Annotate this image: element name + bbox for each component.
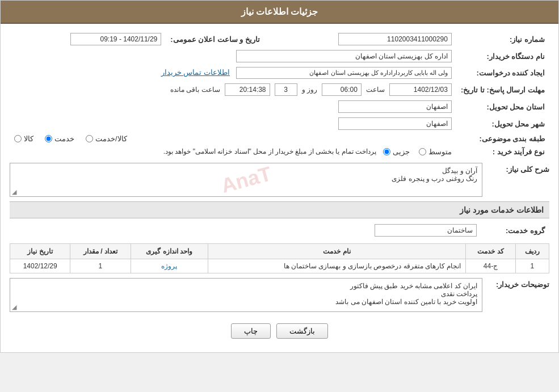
- cell-tarikh: 1402/12/29: [10, 259, 70, 273]
- jozvi-label: جزیی: [393, 147, 410, 156]
- tawzih-line3: اولویت خرید با تامین کننده استان اصفهان …: [15, 298, 477, 306]
- back-button[interactable]: بازگشت: [276, 323, 328, 339]
- shomare-label: شماره نیاز:: [456, 31, 549, 48]
- tabaqe-label: طبقه بندی موضوعی:: [456, 132, 549, 145]
- col-tarikh: تاریخ نیاز: [10, 244, 70, 259]
- shomare-value: 1102003411000290: [338, 33, 452, 45]
- ostan-value: اصفهان: [338, 100, 452, 113]
- print-button[interactable]: چاپ: [231, 323, 271, 339]
- roz-label: روز و: [302, 86, 317, 94]
- sharh-line2: رنگ روغنی درب و پنجره فلزی: [15, 175, 477, 183]
- mohlat-saat: 06:00: [322, 83, 362, 96]
- khadamat-section-title: اطلاعات خدمات مورد نیاز: [10, 201, 549, 218]
- sharh-box: AnaT آران و بیدگل رنگ روغنی درب و پنجره …: [10, 163, 482, 197]
- mohlat-date: 1402/12/03: [389, 83, 452, 96]
- tarikh-label: تاریخ و ساعت اعلان عمومی:: [166, 31, 264, 48]
- shahr-value: اصفهان: [338, 117, 452, 130]
- grouh-label: گروه خدمت:: [481, 222, 549, 239]
- saat-label: ساعت: [366, 86, 385, 94]
- sharh-corner: ◢: [12, 188, 16, 196]
- radio-khedmat-label: خدمت: [54, 134, 74, 143]
- col-radif: ردیف: [515, 244, 549, 259]
- cell-vahed: پروژه: [131, 259, 208, 273]
- col-tedad: تعداد / مقدار: [70, 244, 131, 259]
- ijad-value: ولی اله بابایی کاربرداراداره کل بهزیستی …: [236, 67, 452, 79]
- cell-name: انجام کارهای متفرقه درخصوص بازسازی و بهس…: [208, 259, 466, 273]
- services-table: ردیف کد خدمت نام خدمت واحد اندازه گیری ت…: [10, 243, 549, 273]
- tawzih-label: توضیحات خریدار:: [487, 278, 549, 289]
- page-title: جزئیات اطلاعات نیاز: [241, 7, 318, 16]
- tawzih-line2: پرداخت نقدی: [15, 290, 477, 298]
- remaining-label: ساعت باقی مانده: [170, 86, 220, 94]
- radio-jozvi[interactable]: جزیی: [383, 147, 410, 156]
- table-row: 1 ج-44 انجام کارهای متفرقه درخصوص بازساز…: [10, 259, 549, 273]
- col-kod: کد خدمت: [466, 244, 515, 259]
- ostan-label: استان محل تحویل:: [456, 98, 549, 115]
- page-header: جزئیات اطلاعات نیاز: [1, 1, 558, 24]
- tawzih-line1: ایران کد اعلامی مشابه خرید طبق پیش فاکتو…: [15, 282, 477, 290]
- nam-dastgah-value: اداره کل بهزیستی استان اصفهان: [236, 50, 452, 62]
- mohlat-roz: 3: [275, 83, 297, 96]
- tarikh-value: 1402/11/29 - 09:19: [70, 33, 161, 45]
- nam-dastgah-label: نام دستگاه خریدار:: [456, 48, 549, 65]
- col-name: نام خدمت: [208, 244, 466, 259]
- radio-kala[interactable]: کالا: [14, 134, 33, 143]
- col-vahed: واحد اندازه گیری: [131, 244, 208, 259]
- radio-kala-khedmat-label: کالا/خدمت: [95, 134, 127, 143]
- radio-khedmat[interactable]: خدمت: [45, 134, 74, 143]
- ijad-label: ایجاد کننده درخواست:: [456, 65, 549, 81]
- buttons-row: بازگشت چاپ: [10, 317, 549, 345]
- cell-radif: 1: [515, 259, 549, 273]
- mohlat-time: 20:14:38: [225, 83, 270, 96]
- tawzih-box: ایران کد اعلامی مشابه خرید طبق پیش فاکتو…: [10, 278, 482, 312]
- noefrayand-label: نوع فرآیند خرید :: [456, 145, 549, 158]
- desc-corner: ◢: [12, 304, 16, 311]
- shahr-label: شهر محل تحویل:: [456, 115, 549, 132]
- sharh-line1: آران و بیدگل: [15, 167, 477, 175]
- grouh-value: ساختمان: [375, 224, 477, 237]
- radio-motavasset[interactable]: متوسط: [419, 147, 452, 156]
- cell-tedad: 1: [70, 259, 131, 273]
- sharh-label: شرح کلی نیاز:: [487, 163, 549, 174]
- radio-kala-khedmat[interactable]: کالا/خدمت: [86, 134, 127, 143]
- mohlat-label: مهلت ارسال پاسخ: تا تاریخ:: [456, 81, 549, 98]
- motavasset-label: متوسط: [428, 147, 452, 156]
- radio-kala-label: کالا: [24, 134, 33, 143]
- ettelaat-link[interactable]: اطلاعات تماس خریدار: [161, 68, 230, 77]
- noefrayand-notice: پرداخت تمام یا بخشی از مبلغ خریدار از مح…: [163, 147, 376, 155]
- cell-kod: ج-44: [466, 259, 515, 273]
